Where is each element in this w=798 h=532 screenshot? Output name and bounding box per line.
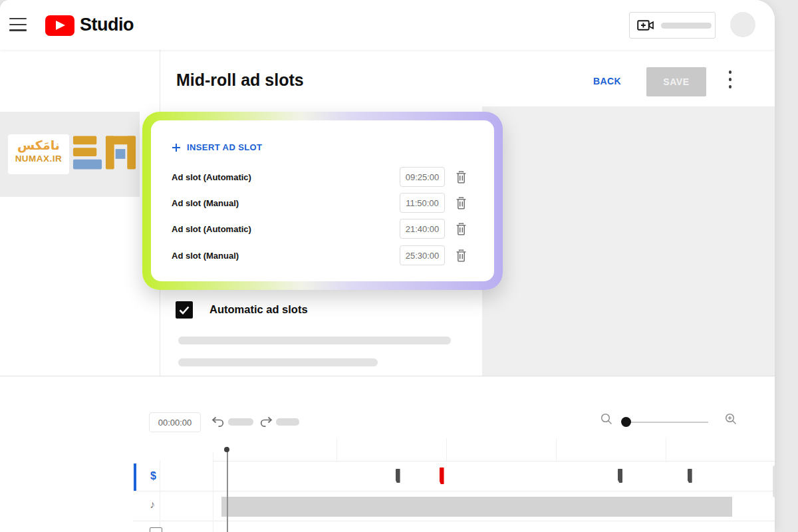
top-bar: Studio: [0, 0, 775, 50]
plus-icon: [172, 143, 181, 152]
background-overlay: [482, 106, 775, 376]
screen: Studio Mid-roll ad slots BACK SAVE نامَک…: [0, 0, 798, 532]
video-plus-icon: [637, 19, 654, 31]
ads-track-icon[interactable]: $: [150, 470, 156, 482]
menu-icon[interactable]: [9, 18, 27, 31]
ad-slot-label: Ad slot (Automatic): [172, 224, 400, 234]
delete-ad-slot-icon[interactable]: [456, 223, 467, 235]
ad-slot-time-input[interactable]: 21:40:00: [400, 219, 445, 239]
ad-slot-marker[interactable]: [396, 469, 400, 483]
section-divider: [0, 376, 775, 376]
ad-slot-row: Ad slot (Automatic) 21:40:00: [172, 218, 467, 239]
ad-slot-time-input[interactable]: 11:50:00: [400, 193, 445, 213]
ad-slot-marker[interactable]: [618, 469, 622, 483]
playhead-handle[interactable]: [224, 447, 229, 452]
ad-slot-row: Ad slot (Automatic) 09:25:00: [172, 166, 467, 188]
undo-icon[interactable]: [211, 416, 225, 428]
track-header-divider: [213, 452, 213, 532]
track-divider: [133, 491, 775, 491]
create-button[interactable]: [629, 12, 716, 39]
audio-track-icon[interactable]: ♪: [150, 499, 155, 511]
ad-slot-label: Ad slot (Manual): [172, 251, 400, 261]
redo-icon[interactable]: [259, 416, 273, 428]
ad-slot-row: Ad slot (Manual) 25:30:00: [172, 245, 467, 266]
timeline-zoom-slider[interactable]: [622, 422, 708, 423]
ad-slot-row: Ad slot (Manual) 11:50:00: [172, 192, 467, 213]
kebab-menu-icon[interactable]: [727, 70, 733, 92]
playhead-line[interactable]: [227, 447, 228, 532]
ruler-gridline: [446, 438, 447, 461]
studio-wordmark[interactable]: Studio: [80, 15, 134, 35]
ad-slot-marker[interactable]: [440, 467, 444, 484]
ad-slots-dialog: INSERT AD SLOT Ad slot (Automatic) 09:25…: [142, 112, 503, 290]
selected-track-indicator: [134, 464, 136, 491]
track-header-divider: [160, 461, 160, 532]
ad-slot-label: Ad slot (Automatic): [172, 172, 400, 182]
insert-ad-slot-button[interactable]: INSERT AD SLOT: [172, 142, 262, 152]
timeline-zoom-thumb[interactable]: [621, 417, 631, 427]
timeline-scrollbar[interactable]: [773, 466, 775, 497]
numax-logo: [72, 130, 137, 177]
delete-ad-slot-icon[interactable]: [456, 197, 467, 209]
undo-label-placeholder: [228, 418, 253, 426]
delete-ad-slot-icon[interactable]: [456, 171, 467, 184]
video-track-icon[interactable]: [150, 527, 162, 532]
ad-slot-time-input[interactable]: 25:30:00: [400, 245, 445, 265]
delete-ad-slot-icon[interactable]: [456, 249, 467, 262]
track-divider: [213, 461, 775, 462]
description-placeholder: [178, 336, 451, 344]
back-button[interactable]: BACK: [593, 76, 621, 86]
ruler-gridline: [666, 438, 666, 461]
ruler-gridline: [336, 438, 337, 461]
save-button[interactable]: SAVE: [646, 67, 706, 96]
avatar[interactable]: [730, 12, 755, 37]
ruler-gridline: [556, 438, 557, 461]
playhead-time-input[interactable]: 00:00:00: [149, 412, 201, 432]
ad-slots-dialog-body: INSERT AD SLOT Ad slot (Automatic) 09:25…: [151, 120, 494, 281]
create-label-placeholder: [661, 23, 712, 29]
insert-ad-slot-label: INSERT AD SLOT: [187, 142, 262, 152]
redo-label-placeholder: [276, 418, 299, 426]
description-placeholder: [178, 358, 378, 366]
youtube-logo-icon[interactable]: [45, 15, 74, 36]
automatic-ad-slots-label: Automatic ad slots: [209, 303, 308, 316]
page-title: Mid-roll ad slots: [176, 70, 304, 90]
ad-slot-label: Ad slot (Manual): [172, 198, 400, 208]
automatic-ad-slots-checkbox[interactable]: [176, 301, 193, 319]
watermark-site: NUMAX.IR: [8, 154, 69, 164]
watermark-farsi-name: نامَکس: [8, 138, 69, 152]
watermark-box: نامَکس NUMAX.IR: [8, 134, 69, 174]
timeline-ruler[interactable]: 00:00:00 06:00:00 12:00:00 18:00:00 24:0…: [213, 436, 775, 461]
ad-slot-time-input[interactable]: 09:25:00: [400, 167, 445, 187]
app-window: Studio Mid-roll ad slots BACK SAVE نامَک…: [0, 0, 775, 532]
track-divider: [133, 521, 775, 521]
zoom-out-icon[interactable]: [600, 413, 612, 425]
zoom-in-icon[interactable]: [725, 413, 737, 425]
audio-waveform-bar[interactable]: [221, 497, 732, 517]
ad-slot-marker[interactable]: [688, 469, 692, 483]
